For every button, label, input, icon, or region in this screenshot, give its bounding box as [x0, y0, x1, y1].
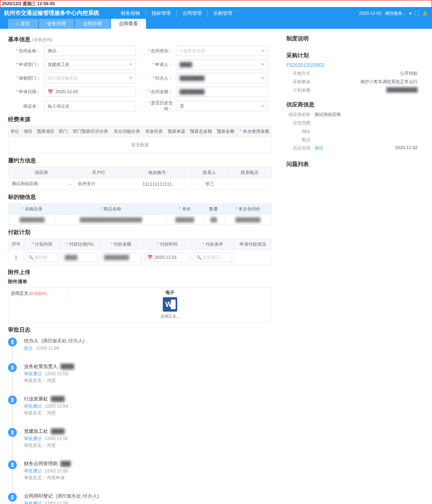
- table-header: * 采购目录: [8, 204, 56, 215]
- table-header: 收款账号: [122, 167, 192, 178]
- plan-content-input[interactable]: 🔍期付款: [26, 252, 58, 262]
- supplier-more-icon[interactable]: ...: [66, 181, 73, 186]
- attach-elabel: 电子: [70, 290, 270, 296]
- expand-icon[interactable]: ⛶: [415, 11, 419, 16]
- attach-filename: 合同正文...: [160, 314, 180, 319]
- attach-title: 附件上传: [8, 269, 272, 276]
- top-menu: 财务报销 指标管理 合同管理 采购管理: [115, 10, 238, 17]
- plan-ratio-input[interactable]: ████: [62, 252, 98, 262]
- issues-title: 问题列表: [286, 161, 418, 168]
- attr-dept-select[interactable]: 014 调控服务处: [44, 73, 136, 83]
- timeline-item: 行业发展处 ████ 审批通过12/02 11:54 审批意见： 同意: [24, 396, 272, 416]
- contract-type-select[interactable]: 3 服务类合同: [176, 46, 268, 56]
- table-header: * 付款时间: [143, 239, 192, 250]
- funds-title: 经费来源: [8, 116, 272, 123]
- side-value: 测试用供应商: [314, 112, 418, 118]
- table-header: * 计划内容: [24, 239, 60, 250]
- side-value: ██████████: [314, 87, 418, 93]
- app-title: 杭州市交通运输管理服务中心内控系统: [4, 10, 99, 17]
- timeline-node-icon: [8, 460, 17, 469]
- table-header: 预算总金额: [188, 126, 215, 137]
- table-header: 开户行: [75, 167, 123, 178]
- table-header: * 本次合同价: [224, 204, 272, 215]
- table-header: 支出功能分类: [111, 126, 142, 137]
- table-header: 部门: [57, 126, 70, 137]
- table-header: * 付款比例(%): [60, 239, 100, 250]
- menu-quota[interactable]: 指标管理: [146, 10, 177, 17]
- side-value: [314, 128, 418, 134]
- plan-number-link[interactable]: FS202012020002: [286, 62, 418, 68]
- menu-finance[interactable]: 财务报销: [115, 10, 146, 17]
- supplier-title: 供应商信息: [286, 101, 418, 108]
- menu-procure[interactable]: 采购管理: [208, 10, 238, 17]
- timeline-node-icon: [8, 493, 17, 502]
- attach-label: 合同正文(必须提供): [8, 288, 68, 299]
- tab-contract-view[interactable]: 合同查看: [111, 19, 146, 29]
- table-header: * 付款条件: [192, 239, 234, 250]
- plan-cond-input[interactable]: 🔍合同签订: [194, 252, 232, 262]
- dropdown-icon[interactable]: ▾: [409, 11, 412, 16]
- search-icon: 🔍: [196, 255, 201, 260]
- payplan-table: 序号* 计划内容* 付款比例(%)* 付款金额* 付款时间* 付款条件申请付款情…: [8, 238, 272, 265]
- header-date: 2020-12-02: [359, 11, 382, 16]
- plan-date-input[interactable]: 📅2020-12-01: [144, 252, 190, 262]
- header-right: 2020-12-02 调控服务... ▾ ⛶ 🔒: [359, 10, 428, 16]
- apply-date-input[interactable]: 📅2020-12-02: [44, 86, 136, 97]
- audit-timeline: 经办人 (调控服务处-经办人) 提交12/02 11:50 业务处室负责人 ██…: [8, 338, 272, 504]
- handler-select[interactable]: ████████: [176, 73, 268, 83]
- home-icon: ⌂: [16, 21, 19, 26]
- table-header: 联系人: [192, 167, 227, 178]
- table-header: * 商品名称: [56, 204, 166, 215]
- history-contract-link[interactable]: 测试: [314, 145, 395, 151]
- timeline-item: 合同用印登记 (调控服务处-经办人) 审批通过12/02 11:55 审批意见：…: [24, 493, 272, 504]
- contract-name-input[interactable]: 测试: [44, 46, 136, 56]
- applicant-select[interactable]: ████: [176, 59, 268, 70]
- plan-amount-input[interactable]: ████████: [101, 252, 141, 262]
- object-title: 标的物信息: [8, 194, 272, 201]
- calendar-icon: 📅: [48, 89, 53, 94]
- table-header: 数量: [203, 204, 224, 215]
- tab-contract-handle[interactable]: 合同办理: [75, 19, 110, 29]
- timeline-node-icon: [8, 396, 17, 404]
- table-header: 预算来源: [165, 126, 188, 137]
- lock-icon[interactable]: 🔒: [422, 11, 428, 16]
- table-header: 预算项目: [34, 126, 57, 137]
- history-select[interactable]: 否: [176, 101, 268, 111]
- table-row: ████████ ████████████████████ ██████ ██ …: [8, 215, 272, 225]
- word-file-icon[interactable]: [163, 297, 177, 312]
- plan-title: 采购计划: [286, 52, 418, 59]
- table-header: 序号: [8, 239, 24, 250]
- table-header: 申请付款情况: [234, 239, 272, 250]
- table-header: 项目: [21, 126, 34, 137]
- calendar-icon: 📅: [147, 255, 153, 260]
- table-header: 联系电话: [227, 167, 272, 178]
- attach-list-title: 附件清单: [8, 278, 272, 285]
- search-icon: 🔍: [28, 255, 33, 260]
- object-table: * 采购目录* 商品名称* 单价数量* 本次合同价 ████████ █████…: [8, 203, 272, 225]
- table-header: 部门预算经济分类: [70, 126, 111, 137]
- amount-input[interactable]: ████████: [176, 86, 268, 97]
- side-value: [314, 137, 418, 143]
- audit-title: 审批日志: [8, 326, 272, 334]
- apply-dept-select[interactable]: 党建政工处: [44, 59, 136, 70]
- table-header: * 付款金额: [100, 239, 143, 250]
- deposit-input[interactable]: [44, 101, 136, 111]
- payplan-title: 付款计划: [8, 229, 272, 236]
- menu-contract[interactable]: 合同管理: [177, 10, 208, 17]
- funds-nodata: 暂无数据: [8, 137, 272, 153]
- table-header: 资金性质: [143, 126, 165, 137]
- basic-info-title: 基本信息(采购合同): [8, 36, 272, 43]
- table-header: 供应商: [8, 167, 75, 178]
- timeline-item: 经办人 (调控服务处-经办人) 提交12/02 11:50: [24, 338, 272, 351]
- table-header: * 单价: [166, 204, 203, 215]
- header-user[interactable]: 调控服务...: [385, 10, 406, 16]
- side-value: [314, 120, 418, 126]
- tab-home[interactable]: ⌂首页: [8, 19, 38, 29]
- funds-table: 单位项目预算项目部门部门预算经济分类支出功能分类资金性质预算来源预算总金额预算余…: [8, 126, 272, 153]
- table-row: 1 🔍期付款 ████ ████████ 📅2020-12-01 🔍合同签订: [8, 250, 272, 265]
- timeline-node-icon: [8, 363, 17, 372]
- perf-title: 履约方信息: [8, 157, 272, 164]
- side-value: 维护小客车调控系统正常运行: [314, 79, 418, 85]
- side-value: 公开招标: [314, 70, 418, 76]
- tab-biz[interactable]: 业务办理: [39, 19, 74, 29]
